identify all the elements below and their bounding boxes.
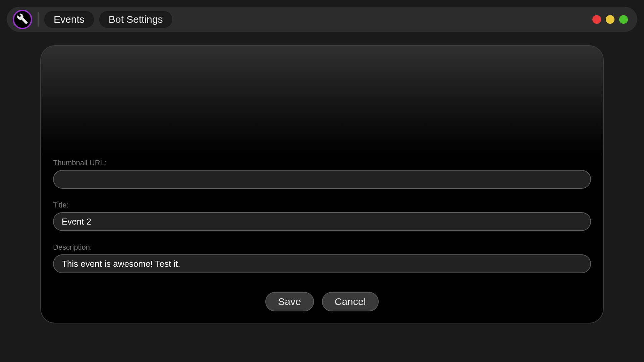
app-logo[interactable] — [13, 10, 32, 29]
description-input[interactable] — [53, 254, 591, 273]
tab-bot-settings[interactable]: Bot Settings — [99, 11, 172, 28]
window-close-icon[interactable] — [592, 15, 601, 24]
description-label: Description: — [53, 243, 591, 252]
thumbnail-url-label: Thumbnail URL: — [53, 159, 591, 167]
save-button[interactable]: Save — [265, 292, 314, 311]
title-label: Title: — [53, 201, 591, 209]
top-navigation-bar: Events Bot Settings — [7, 7, 637, 32]
title-field: Title: — [53, 201, 591, 231]
window-maximize-icon[interactable] — [619, 15, 628, 24]
form-actions: Save Cancel — [53, 292, 591, 311]
title-input[interactable] — [53, 212, 591, 231]
thumbnail-url-field: Thumbnail URL: — [53, 159, 591, 189]
nav-divider — [38, 12, 39, 27]
panel-spacer — [53, 55, 591, 159]
window-controls — [592, 15, 628, 24]
nav-tabs: Events Bot Settings — [44, 11, 172, 28]
thumbnail-url-input[interactable] — [53, 170, 591, 189]
description-field: Description: — [53, 243, 591, 273]
wrench-icon — [17, 13, 28, 26]
cancel-button[interactable]: Cancel — [322, 292, 379, 311]
event-form-panel: Thumbnail URL: Title: Description: Save … — [40, 45, 604, 323]
tab-events[interactable]: Events — [44, 11, 94, 28]
window-minimize-icon[interactable] — [606, 15, 614, 24]
